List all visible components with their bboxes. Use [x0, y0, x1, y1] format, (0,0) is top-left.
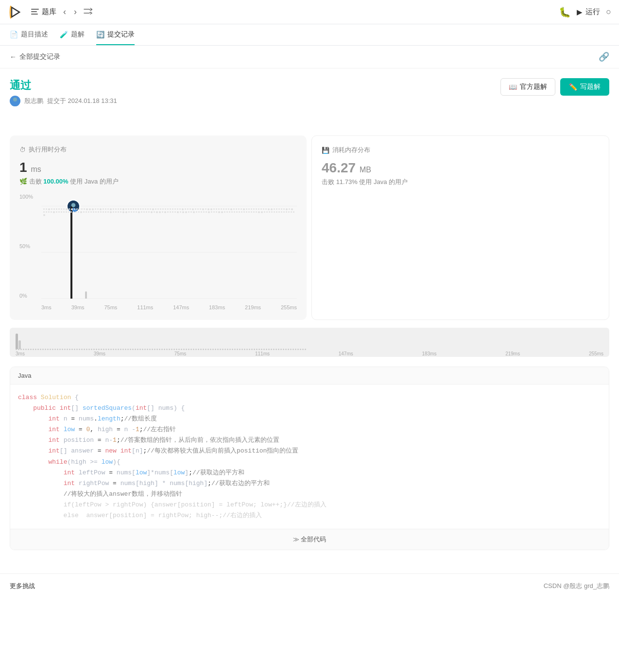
header-arrows: ‹ › — [60, 6, 80, 18]
x-label-219: 219ms — [245, 304, 261, 310]
mini-x-75: 75ms — [174, 351, 186, 356]
x-label-3: 3ms — [41, 304, 52, 310]
code-line-9: int rightPow = nums[high] * nums[high];/… — [18, 478, 601, 489]
time-card-title: ⏱ 执行用时分布 — [19, 145, 297, 154]
memory-icon: 💾 — [322, 147, 329, 154]
code-line-11: if(leftPow > rightPow) {answer[position]… — [18, 500, 601, 510]
write-solution-label: 写题解 — [580, 83, 601, 91]
svg-rect-2 — [31, 14, 38, 15]
header-right: 🐛 ▶ 运行 ○ — [559, 6, 611, 18]
time-value-row: 1 ms — [19, 160, 297, 175]
clock-icon: ⏱ — [19, 146, 26, 153]
official-solution-button[interactable]: 📖 官方题解 — [500, 78, 555, 96]
memory-unit: MB — [360, 166, 371, 174]
memory-value-row: 46.27 MB — [322, 160, 599, 176]
mini-chart-container: 3ms 39ms 75ms 111ms 147ms 183ms 219ms 25… — [10, 328, 609, 357]
tabs-bar: 📄 题目描述 🧪 题解 🔄 提交记录 — [0, 24, 619, 46]
submissions-icon: 🔄 — [96, 31, 104, 38]
extra-icon[interactable]: ○ — [606, 7, 611, 17]
official-solution-label: 官方题解 — [520, 83, 547, 91]
solution-icon: 🧪 — [60, 31, 68, 38]
memory-value: 46.27 — [322, 160, 356, 175]
code-language: Java — [10, 367, 609, 385]
mini-x-3: 3ms — [16, 351, 25, 356]
run-button[interactable]: ▶ 运行 — [577, 7, 600, 17]
menu-icon — [31, 9, 39, 16]
y-axis-labels: 100% 50% 0% — [19, 194, 33, 310]
code-block: class Solution { public int[] sortedSqua… — [10, 385, 609, 529]
y-label-0: 0% — [19, 293, 33, 299]
shuffle-button[interactable] — [84, 8, 92, 17]
tab-submissions[interactable]: 🔄 提交记录 — [96, 24, 135, 45]
time-unit: ms — [31, 165, 41, 173]
debug-icon[interactable]: 🐛 — [559, 6, 571, 18]
code-line-12: else answer[position] = rightPow; high--… — [18, 510, 601, 521]
svg-point-4 — [11, 102, 19, 106]
mini-x-147: 147ms — [339, 351, 353, 356]
nav-title-text: 题库 — [42, 7, 56, 17]
x-label-183: 183ms — [209, 304, 225, 310]
next-button[interactable]: › — [71, 6, 80, 18]
shuffle-icon — [84, 8, 92, 15]
svg-rect-0 — [31, 9, 39, 10]
code-line-8: int leftPow = nums[low]*nums[low];//获取边的… — [18, 468, 601, 478]
submitter-name: 殷志鹏 — [24, 97, 43, 105]
content-wrapper: 通过 殷志鹏 提交于 2024.01.18 13:31 📖 官方题解 ✏️ 写题… — [10, 78, 609, 550]
prev-button[interactable]: ‹ — [60, 6, 69, 18]
chart-area: 3ms 39ms 75ms 111ms 147ms 183ms 219ms 25… — [41, 194, 297, 310]
mini-chart-bars — [16, 332, 603, 349]
link-icon[interactable]: 🔗 — [599, 51, 609, 62]
back-label: 全部提交记录 — [19, 52, 60, 61]
more-challenges-label[interactable]: 更多挑战 — [10, 582, 35, 590]
code-line-10: //将较大的插入answer数组，并移动指针 — [18, 489, 601, 500]
memory-card-title: 💾 消耗内存分布 — [322, 146, 599, 154]
main-content: 通过 殷志鹏 提交于 2024.01.18 13:31 📖 官方题解 ✏️ 写题… — [0, 68, 619, 570]
x-label-255: 255ms — [281, 304, 297, 310]
memory-desc: 击败 11.73% 使用 Java 的用户 — [322, 178, 599, 186]
back-button[interactable]: ← 全部提交记录 — [10, 52, 60, 61]
submitter-info: 殷志鹏 提交于 2024.01.18 13:31 — [10, 96, 609, 106]
x-label-39: 39ms — [71, 304, 85, 310]
mini-dots-row — [16, 349, 603, 350]
code-line-6: int[] answer = new int[n];//每次都将较大值从后向前插… — [18, 446, 601, 456]
show-all-code-button[interactable]: ≫ 全部代码 — [10, 529, 609, 550]
x-axis-labels: 3ms 39ms 75ms 111ms 147ms 183ms 219ms 25… — [41, 304, 297, 310]
scatter-area — [41, 206, 297, 299]
time-percent: 100.00% — [43, 178, 68, 185]
header-nav: 题库 ‹ › — [31, 6, 551, 18]
code-line-7: while(high >= low){ — [18, 457, 601, 468]
code-line-4: int low = 0, high = n -1;//左右指针 — [18, 424, 601, 435]
x-label-111: 111ms — [137, 304, 153, 310]
avatar — [10, 96, 20, 106]
tab-solution-label: 题解 — [71, 30, 85, 39]
x-label-75: 75ms — [104, 304, 117, 310]
stats-container: ⏱ 执行用时分布 1 ms 🌿 击败 100.00% 使用 Java 的用户 1… — [10, 135, 609, 320]
mini-x-111: 111ms — [255, 351, 270, 356]
run-label: 运行 — [585, 7, 600, 17]
back-arrow: ← — [10, 53, 17, 61]
header: 题库 ‹ › 🐛 ▶ 运行 ○ — [0, 0, 619, 24]
nav-title: 题库 — [31, 7, 56, 17]
logo[interactable] — [8, 4, 23, 20]
description-icon: 📄 — [10, 31, 18, 38]
tab-description[interactable]: 📄 题目描述 — [10, 24, 48, 45]
svg-rect-1 — [31, 11, 37, 12]
time-value: 1 — [19, 160, 27, 175]
edit-icon: ✏️ — [569, 83, 577, 91]
mini-x-labels: 3ms 39ms 75ms 111ms 147ms 183ms 219ms 25… — [16, 351, 603, 356]
book-icon: 📖 — [509, 83, 517, 91]
code-line-1: class Solution { — [18, 392, 601, 403]
memory-stat-card: 💾 消耗内存分布 46.27 MB 击败 11.73% 使用 Java 的用户 — [311, 135, 609, 320]
submit-time: 提交于 2024.01.18 13:31 — [47, 97, 117, 105]
memory-percent: 11.73% — [336, 178, 358, 185]
write-solution-button[interactable]: ✏️ 写题解 — [560, 78, 609, 96]
code-line-2: public int[] sortedSquares(int[] nums) { — [18, 403, 601, 414]
tab-description-label: 题目描述 — [21, 30, 48, 39]
mini-x-255: 255ms — [589, 351, 603, 356]
mini-bar-2 — [18, 340, 21, 349]
code-section: Java class Solution { public int[] sorte… — [10, 367, 609, 550]
action-buttons: 📖 官方题解 ✏️ 写题解 — [500, 78, 609, 96]
tab-solution[interactable]: 🧪 题解 — [60, 24, 85, 45]
code-line-3: int n = nums.length;//数组长度 — [18, 414, 601, 424]
time-chart: 100% 50% 0% — [19, 194, 297, 310]
